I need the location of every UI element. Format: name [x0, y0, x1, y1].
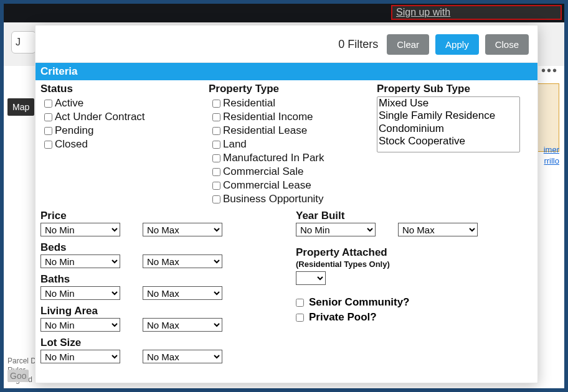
year-built-min-select[interactable]: No Min: [296, 223, 376, 236]
property-type-checkbox[interactable]: [212, 141, 220, 149]
year-built-label: Year Built: [296, 210, 532, 222]
property-type-checkbox[interactable]: [212, 182, 220, 190]
status-checkbox[interactable]: [44, 113, 52, 121]
living-area-max-select[interactable]: No Max: [143, 318, 222, 332]
status-option-row: Act Under Contract: [40, 110, 209, 124]
url-input-stub[interactable]: J: [11, 31, 36, 54]
property-subtype-option[interactable]: Mixed Use: [377, 97, 519, 110]
criteria-top-row: Status ActiveAct Under ContractPendingCl…: [40, 83, 532, 206]
boolean-filters-group: Senior Community? Private Pool?: [296, 295, 532, 325]
range-grid: Price No Min No Max Beds No Min No Max: [40, 210, 532, 367]
property-type-option-label: Commercial Lease: [223, 179, 311, 192]
signup-banner[interactable]: Sign up with: [391, 5, 562, 20]
property-subtype-option[interactable]: Stock Cooperative: [377, 135, 519, 147]
close-button[interactable]: Close: [485, 34, 529, 55]
property-type-option-row: Residential: [209, 96, 377, 110]
status-option-row: Active: [40, 96, 209, 110]
price-min-select[interactable]: No Min: [40, 223, 120, 236]
lot-size-max-select[interactable]: No Max: [143, 350, 222, 363]
private-pool-checkbox[interactable]: [296, 314, 304, 322]
status-checkbox[interactable]: [44, 127, 52, 135]
property-type-option-row: Land: [209, 138, 377, 151]
property-type-checkbox[interactable]: [212, 168, 220, 176]
info-panel-edge: [534, 83, 559, 152]
map-button[interactable]: Map: [7, 98, 34, 116]
property-type-checkbox[interactable]: [212, 127, 220, 135]
app-frame: Sign up with J ••• Map imer rrillo Parce…: [0, 0, 568, 392]
map-attribution: Goo: [7, 370, 29, 382]
property-type-checkbox[interactable]: [212, 100, 220, 108]
property-type-option-label: Residential Income: [223, 111, 313, 123]
parcel-label: Parcel D: [7, 357, 36, 366]
year-built-range-group: Year Built No Min No Max: [296, 210, 532, 236]
property-type-option-label: Land: [223, 138, 247, 151]
property-type-column: Property Type ResidentialResidential Inc…: [209, 83, 377, 206]
status-option-label: Act Under Contract: [55, 111, 145, 123]
beds-label: Beds: [40, 241, 277, 254]
property-type-option-label: Residential: [223, 97, 275, 110]
property-type-checkbox[interactable]: [212, 195, 220, 203]
property-subtype-select[interactable]: Mixed UseSingle Family ResidenceCondomin…: [377, 96, 520, 152]
property-type-option-row: Residential Lease: [209, 124, 377, 138]
status-option-label: Pending: [55, 124, 93, 137]
status-option-label: Closed: [55, 138, 88, 151]
property-attached-note: (Residential Types Only): [296, 259, 532, 269]
property-type-option-label: Residential Lease: [223, 124, 307, 137]
property-type-checkbox[interactable]: [212, 113, 220, 121]
clear-button[interactable]: Clear: [387, 34, 429, 55]
property-type-option-label: Commercial Sale: [223, 166, 303, 178]
status-label: Status: [40, 83, 209, 95]
status-checkbox[interactable]: [44, 100, 52, 108]
apply-button[interactable]: Apply: [435, 34, 479, 55]
baths-range-group: Baths No Min No Max: [40, 273, 277, 300]
signup-text: Sign up with: [396, 7, 450, 17]
living-area-label: Living Area: [40, 305, 277, 317]
status-option-row: Closed: [40, 138, 209, 151]
lot-size-label: Lot Size: [40, 337, 277, 349]
beds-min-select[interactable]: No Min: [40, 254, 120, 268]
lot-size-min-select[interactable]: No Min: [40, 350, 120, 363]
property-type-option-row: Residential Income: [209, 110, 377, 124]
living-area-min-select[interactable]: No Min: [40, 318, 120, 332]
property-attached-label: Property Attached: [296, 246, 532, 259]
property-type-option-row: Manufactured In Park: [209, 151, 377, 165]
kebab-icon[interactable]: •••: [541, 63, 558, 78]
status-option-label: Active: [55, 97, 83, 110]
status-column: Status ActiveAct Under ContractPendingCl…: [40, 83, 209, 206]
status-checkbox[interactable]: [44, 141, 52, 149]
beds-range-group: Beds No Min No Max: [40, 241, 277, 268]
beds-max-select[interactable]: No Max: [143, 254, 222, 268]
criteria-section-header: Criteria: [36, 63, 537, 80]
property-type-checkbox[interactable]: [212, 154, 220, 162]
property-type-option-row: Commercial Lease: [209, 179, 377, 192]
property-attached-select[interactable]: [296, 271, 326, 285]
property-type-label: Property Type: [209, 83, 377, 95]
property-subtype-option[interactable]: Condominium: [377, 123, 519, 135]
status-option-row: Pending: [40, 124, 209, 138]
baths-max-select[interactable]: No Max: [143, 286, 222, 300]
sidebar-link-2[interactable]: rrillo: [544, 156, 559, 166]
price-range-group: Price No Min No Max: [40, 210, 277, 236]
range-right-column: Year Built No Min No Max Property Attach…: [296, 210, 532, 367]
baths-min-select[interactable]: No Min: [40, 286, 120, 300]
lot-size-range-group: Lot Size No Min No Max: [40, 337, 277, 363]
modal-header: 0 Filters Clear Apply Close: [36, 26, 537, 63]
property-subtype-option[interactable]: Single Family Residence: [377, 110, 519, 122]
living-area-range-group: Living Area No Min No Max: [40, 305, 277, 332]
spacer: [277, 210, 296, 367]
year-built-max-select[interactable]: No Max: [398, 223, 478, 236]
property-type-option-label: Manufactured In Park: [223, 152, 324, 164]
private-pool-label: Private Pool?: [309, 311, 377, 324]
filters-modal: 0 Filters Clear Apply Close Criteria Sta…: [35, 25, 538, 383]
property-subtype-column: Property Sub Type Mixed UseSingle Family…: [377, 83, 532, 206]
property-attached-group: Property Attached (Residential Types Onl…: [296, 246, 532, 285]
price-max-select[interactable]: No Max: [143, 223, 222, 236]
price-label: Price: [40, 210, 277, 222]
property-type-option-row: Business Opportunity: [209, 192, 377, 206]
sidebar-link-1[interactable]: imer: [544, 145, 559, 154]
baths-label: Baths: [40, 273, 277, 286]
filter-count: 0 Filters: [338, 38, 378, 51]
property-subtype-label: Property Sub Type: [377, 83, 532, 95]
senior-community-label: Senior Community?: [309, 296, 410, 309]
senior-community-checkbox[interactable]: [296, 299, 304, 307]
